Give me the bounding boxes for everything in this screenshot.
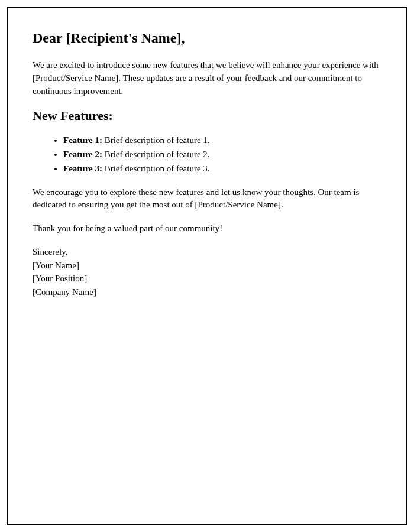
greeting-line: Dear [Recipient's Name], <box>33 30 381 46</box>
feature-desc: Brief description of feature 3. <box>102 164 210 173</box>
thanks-paragraph: Thank you for being a valued part of our… <box>33 222 381 235</box>
feature-label: Feature 1: <box>63 135 102 145</box>
letter-page: Dear [Recipient's Name], We are excited … <box>7 7 407 525</box>
list-item: Feature 2: Brief description of feature … <box>63 148 381 161</box>
signature-name: [Your Name] <box>33 259 381 273</box>
feature-desc: Brief description of feature 2. <box>102 150 210 159</box>
signature-company: [Company Name] <box>33 286 381 299</box>
feature-label: Feature 2: <box>63 150 102 159</box>
intro-paragraph: We are excited to introduce some new fea… <box>33 59 381 98</box>
signature-block: Sincerely, [Your Name] [Your Position] [… <box>33 246 381 299</box>
signature-position: [Your Position] <box>33 273 381 286</box>
signature-closing: Sincerely, <box>33 246 381 259</box>
list-item: Feature 3: Brief description of feature … <box>63 163 381 176</box>
feature-list: Feature 1: Brief description of feature … <box>33 134 381 175</box>
feature-desc: Brief description of feature 1. <box>102 135 210 145</box>
explore-paragraph: We encourage you to explore these new fe… <box>33 186 381 212</box>
list-item: Feature 1: Brief description of feature … <box>63 134 381 147</box>
features-heading: New Features: <box>33 108 381 124</box>
feature-label: Feature 3: <box>63 164 102 173</box>
